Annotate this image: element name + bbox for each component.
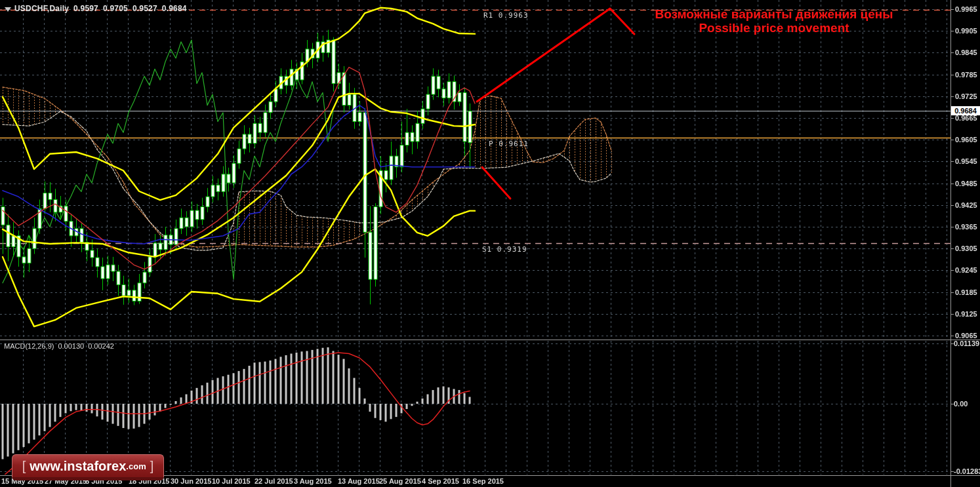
date-axis-label: 13 Aug 2015 (338, 477, 380, 485)
date-axis-label: 3 Aug 2015 (294, 477, 332, 485)
price-axis-label: 0.9185 (955, 288, 977, 296)
price-axis-label: 0.9125 (955, 310, 977, 318)
chart-window: USDCHF,Daily0.95970.97050.95270.9684 Воз… (0, 0, 980, 487)
price-axis-label: 0.9965 (955, 5, 977, 13)
pivot-r1-label: R1 0.9963 (483, 11, 529, 20)
macd-axis-label: 0.00 (954, 400, 968, 408)
macd-axis-label: -0.01283 (954, 467, 980, 475)
macd-name: MACD(12,26,9) (4, 342, 54, 350)
pivot-p-label: P 0.9611 (489, 140, 529, 148)
price-axis-label: 0.9425 (955, 201, 977, 209)
chart-canvas[interactable] (0, 0, 980, 487)
price-axis-label: 0.9605 (955, 136, 977, 144)
price-axis-label: 0.9905 (955, 27, 977, 35)
date-axis-label: 22 Jul 2015 (255, 477, 293, 485)
price-movement-annotation: Возможные варианты движения цены Possibl… (643, 7, 905, 35)
instaforex-logo[interactable]: [ www.instaforex .com ] (12, 454, 164, 480)
date-axis-label: 30 Jun 2015 (171, 477, 211, 485)
price-axis-label: 0.9545 (955, 157, 977, 165)
price-axis-label: 0.9485 (955, 180, 977, 187)
chart-symbol-period: USDCHF,Daily (14, 4, 69, 13)
price-axis-label: 0.9365 (955, 223, 977, 231)
macd-main-value: 0.00130 (58, 342, 84, 350)
price-axis-label: 0.9305 (955, 244, 977, 252)
pivot-s1-label: S1 0.9319 (482, 245, 527, 254)
logo-open-bracket: [ (22, 459, 26, 474)
current-price-tag: 0.9684 (951, 106, 980, 115)
date-axis-label: 10 Jul 2015 (212, 477, 251, 485)
ohlc-close: 0.9684 (162, 4, 187, 13)
date-axis-label: 4 Sep 2015 (422, 477, 459, 485)
price-axis-label: 0.9725 (955, 92, 977, 100)
ohlc-high: 0.9705 (103, 4, 128, 13)
logo-domain: www.instaforex (30, 459, 126, 474)
macd-signal-value: 0.00242 (88, 342, 114, 350)
date-axis-label: 25 Aug 2015 (379, 477, 421, 485)
price-axis-label: 0.9245 (955, 266, 977, 274)
macd-axis-label: 0.01139 (954, 340, 979, 347)
price-axis-label: 0.9065 (955, 332, 977, 340)
logo-close-bracket: ] (150, 459, 154, 474)
logo-tld: .com (126, 461, 146, 471)
ohlc-open: 0.9597 (73, 4, 98, 13)
chart-collapse-icon[interactable] (5, 7, 11, 12)
chart-title: USDCHF,Daily0.95970.97050.95270.9684 (14, 4, 192, 13)
date-axis-label: 16 Sep 2015 (462, 477, 504, 485)
annotation-line-en: Possible price movement (643, 21, 905, 35)
macd-indicator-label: MACD(12,26,9)0.001300.00242 (4, 342, 118, 350)
price-axis-label: 0.9785 (955, 71, 977, 79)
annotation-line-ru: Возможные варианты движения цены (643, 7, 905, 21)
ohlc-low: 0.9527 (133, 4, 157, 13)
price-axis-label: 0.9845 (955, 49, 977, 56)
